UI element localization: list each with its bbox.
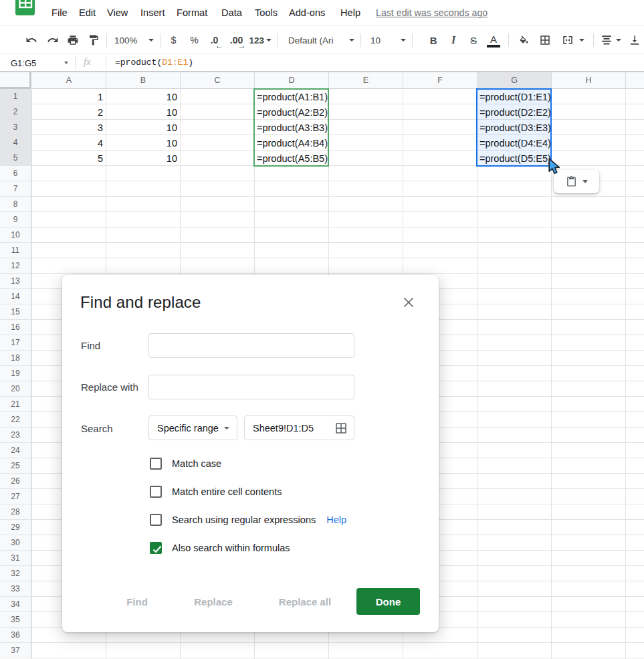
format-currency-button[interactable]: $ (164, 31, 184, 50)
cell-B1[interactable]: 10 (106, 89, 180, 104)
row-header-32[interactable]: 32 (0, 566, 31, 581)
search-scope-select[interactable]: Specific range (148, 415, 237, 440)
cell-A5[interactable]: 5 (32, 151, 106, 166)
name-box-caret-icon[interactable] (64, 62, 68, 64)
row-header-24[interactable]: 24 (0, 443, 31, 458)
cell-G1[interactable]: =product(D1:E1) (477, 89, 551, 104)
row-header-5[interactable]: 5 (0, 151, 31, 166)
bold-button[interactable]: B (423, 31, 443, 50)
paint-format-button[interactable] (84, 31, 104, 50)
column-header-E[interactable]: E (329, 72, 403, 89)
menu-help[interactable]: Help (340, 0, 360, 25)
cell-D1[interactable]: =product(A1:B1) (255, 89, 328, 104)
checkbox-regex-search[interactable] (150, 514, 162, 526)
column-header-H[interactable]: H (552, 72, 626, 89)
merge-cells-caret[interactable] (579, 31, 584, 50)
cell-G2[interactable]: =product(D2:E2) (477, 104, 551, 120)
row-header-37[interactable]: 37 (0, 643, 31, 658)
row-header-26[interactable]: 26 (0, 474, 31, 489)
select-all-corner[interactable] (0, 72, 31, 89)
find-input[interactable] (148, 333, 354, 358)
last-edit-status[interactable]: Last edit was seconds ago (376, 0, 488, 25)
borders-button[interactable] (535, 31, 555, 50)
menu-data[interactable]: Data (221, 0, 242, 25)
menu-insert[interactable]: Insert (140, 0, 165, 25)
fill-color-button[interactable] (514, 31, 534, 50)
cell-G5[interactable]: =product(D5:E5) (477, 151, 551, 166)
row-header-1[interactable]: 1 (0, 89, 31, 104)
row-header-29[interactable]: 29 (0, 520, 31, 535)
row-header-20[interactable]: 20 (0, 381, 31, 397)
checkbox-match-case[interactable] (150, 458, 162, 470)
regex-help-link[interactable]: Help (326, 514, 346, 525)
row-header-28[interactable]: 28 (0, 504, 31, 520)
paste-options-caret-icon[interactable] (582, 180, 588, 183)
name-box[interactable]: G1:G5 (11, 55, 36, 71)
column-header-A[interactable]: A (32, 72, 106, 89)
row-header-34[interactable]: 34 (0, 597, 31, 612)
menu-edit[interactable]: Edit (79, 0, 96, 25)
cell-D3[interactable]: =product(A3:B3) (255, 120, 328, 135)
row-header-6[interactable]: 6 (0, 166, 31, 181)
row-header-25[interactable]: 25 (0, 458, 31, 474)
row-header-21[interactable]: 21 (0, 397, 31, 412)
zoom-select[interactable]: 100% (114, 31, 154, 50)
menu-file[interactable]: File (51, 0, 68, 25)
checkbox-match-entire-cell[interactable] (150, 486, 162, 498)
row-header-33[interactable]: 33 (0, 581, 31, 597)
cell-B5[interactable]: 10 (106, 151, 180, 166)
row-header-13[interactable]: 13 (0, 274, 31, 289)
row-header-31[interactable]: 31 (0, 551, 31, 566)
cell-G3[interactable]: =product(D3:E3) (477, 120, 551, 135)
done-button[interactable]: Done (356, 588, 420, 615)
row-header-12[interactable]: 12 (0, 258, 31, 274)
column-header-B[interactable]: B (106, 72, 181, 89)
vertical-align-button[interactable] (626, 31, 643, 50)
row-header-30[interactable]: 30 (0, 535, 31, 551)
row-header-17[interactable]: 17 (0, 335, 31, 351)
merge-cells-button[interactable] (558, 31, 578, 50)
row-header-27[interactable]: 27 (0, 489, 31, 504)
cell-A3[interactable]: 3 (32, 120, 106, 135)
row-header-18[interactable]: 18 (0, 351, 31, 366)
text-color-button[interactable]: A (484, 31, 504, 50)
row-header-22[interactable]: 22 (0, 412, 31, 428)
replace-input[interactable] (148, 375, 354, 399)
more-formats-button[interactable]: 123 (249, 31, 272, 50)
cell-D4[interactable]: =product(A4:B4) (255, 135, 328, 151)
print-button[interactable] (63, 31, 83, 50)
row-header-7[interactable]: 7 (0, 181, 31, 197)
column-header-D[interactable]: D (255, 72, 329, 89)
cell-B2[interactable]: 10 (106, 104, 180, 120)
search-range-field[interactable]: Sheet9!D1:D5 (244, 415, 354, 440)
find-button[interactable]: Find (116, 588, 158, 615)
replace-button[interactable]: Replace (188, 588, 239, 615)
row-header-9[interactable]: 9 (0, 212, 31, 227)
cell-B3[interactable]: 10 (106, 120, 180, 135)
row-header-2[interactable]: 2 (0, 104, 31, 120)
menu-tools[interactable]: Tools (255, 0, 278, 25)
undo-button[interactable] (21, 31, 41, 50)
paste-options-widget[interactable] (554, 170, 599, 193)
font-select[interactable]: Default (Ari (288, 31, 354, 50)
horizontal-align-caret[interactable] (616, 31, 621, 50)
decrease-decimal-button[interactable]: .0← (205, 31, 224, 50)
menu-add-ons[interactable]: Add-ons (289, 0, 325, 25)
cell-A4[interactable]: 4 (32, 135, 106, 151)
redo-button[interactable] (43, 31, 63, 50)
menu-view[interactable]: View (107, 0, 128, 25)
row-header-16[interactable]: 16 (0, 320, 31, 335)
cell-A1[interactable]: 1 (32, 89, 106, 104)
italic-button[interactable]: I (443, 31, 463, 50)
row-header-19[interactable]: 19 (0, 366, 31, 381)
menu-format[interactable]: Format (177, 0, 207, 25)
cell-D2[interactable]: =product(A2:B2) (255, 104, 328, 120)
strikethrough-button[interactable]: S (463, 31, 484, 50)
column-header-partial[interactable] (626, 72, 644, 89)
row-header-10[interactable]: 10 (0, 227, 31, 243)
cell-A2[interactable]: 2 (32, 104, 106, 120)
row-header-14[interactable]: 14 (0, 289, 31, 304)
row-header-23[interactable]: 23 (0, 428, 31, 443)
row-header-8[interactable]: 8 (0, 197, 31, 212)
cell-B4[interactable]: 10 (106, 135, 180, 151)
